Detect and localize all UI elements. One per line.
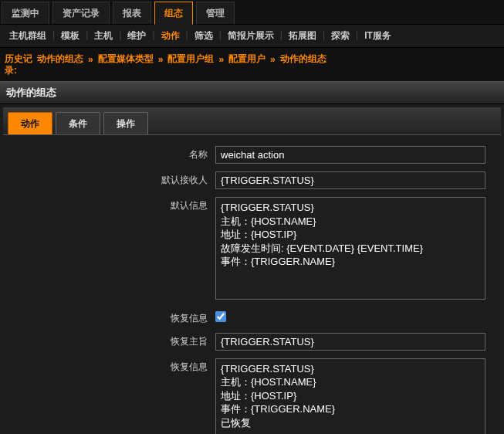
sub-nav: 主机群组| 模板| 主机| 维护| 动作| 筛选| 简报片展示| 拓展图| 探索…: [0, 25, 504, 48]
default-recipient-label: 默认接收人: [3, 171, 215, 187]
sub-nav-maintenance[interactable]: 维护: [121, 25, 152, 47]
recovery-message-textarea[interactable]: [215, 358, 485, 434]
breadcrumb-item[interactable]: 配置用户组: [166, 53, 215, 66]
recovery-subject-input[interactable]: [215, 333, 485, 351]
chevron-right-icon: »: [155, 54, 167, 65]
name-label: 名称: [3, 146, 215, 161]
recovery-subject-label: 恢复主旨: [3, 333, 215, 348]
breadcrumb-item[interactable]: 配置用户: [227, 53, 267, 66]
tab-operations[interactable]: 操作: [103, 112, 148, 134]
breadcrumb-item[interactable]: 配置媒体类型: [96, 53, 155, 66]
form-tabs: 动作 条件 操作: [3, 107, 501, 135]
default-recipient-input[interactable]: [215, 171, 485, 189]
main-nav: 监测中 资产记录 报表 组态 管理: [0, 0, 504, 25]
breadcrumb-item[interactable]: 动作的组态: [36, 53, 85, 66]
recovery-message-label: 恢复信息: [3, 358, 215, 374]
tab-action[interactable]: 动作: [8, 112, 52, 134]
recovery-info-label: 恢复信息: [3, 310, 215, 325]
nav-main-inventory[interactable]: 资产记录: [52, 2, 110, 24]
sub-nav-hostgroups[interactable]: 主机群组: [3, 25, 52, 47]
breadcrumb: 历史记录: 动作的组态 » 配置媒体类型 » 配置用户组 » 配置用户 » 动作…: [0, 48, 504, 81]
sub-nav-itservice[interactable]: IT服务: [358, 25, 397, 47]
default-message-label: 默认信息: [3, 197, 215, 212]
tab-conditions[interactable]: 条件: [56, 112, 100, 134]
sub-nav-filter[interactable]: 筛选: [188, 25, 219, 47]
nav-main-reports[interactable]: 报表: [113, 2, 151, 24]
page-title: 动作的组态: [0, 81, 504, 104]
default-message-textarea[interactable]: [215, 197, 485, 300]
sub-nav-hosts[interactable]: 主机: [88, 25, 119, 47]
action-form: 名称 默认接收人 默认信息 恢复信息 恢复主旨 恢复信息 已启用: [3, 135, 501, 434]
recovery-info-checkbox[interactable]: [215, 311, 226, 322]
nav-main-config[interactable]: 组态: [154, 2, 193, 25]
sub-nav-slides[interactable]: 简报片展示: [222, 25, 280, 47]
breadcrumb-item[interactable]: 动作的组态: [279, 53, 328, 66]
name-input[interactable]: [215, 146, 485, 164]
nav-main-monitoring[interactable]: 监测中: [2, 2, 49, 24]
sub-nav-templates[interactable]: 模板: [55, 25, 86, 47]
sub-nav-explore[interactable]: 探索: [325, 25, 356, 47]
chevron-right-icon: »: [267, 54, 279, 65]
breadcrumb-label: 历史记录:: [5, 53, 36, 76]
sub-nav-topology[interactable]: 拓展图: [282, 25, 323, 47]
chevron-right-icon: »: [85, 54, 96, 65]
content-panel: 动作 条件 操作 名称 默认接收人 默认信息 恢复信息 恢复主旨 恢复信息: [0, 104, 504, 434]
nav-main-admin[interactable]: 管理: [196, 2, 235, 24]
sub-nav-actions[interactable]: 动作: [155, 25, 186, 47]
chevron-right-icon: »: [215, 54, 227, 65]
